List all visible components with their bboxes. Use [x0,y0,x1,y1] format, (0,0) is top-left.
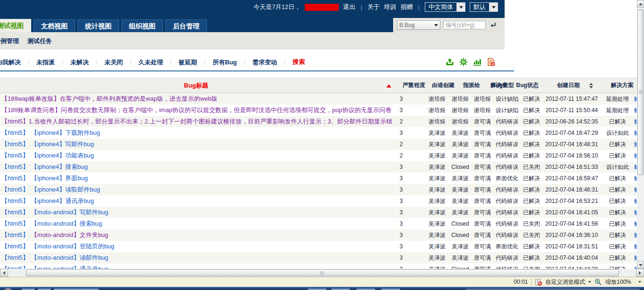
resolver-cell[interactable]: 唐可满 [472,265,493,269]
resolver-cell[interactable]: 唐可满 [472,209,493,217]
module-link[interactable]: 【html5】 [1,152,29,159]
taskbar-button[interactable] [53,288,99,290]
assigned-cell[interactable]: 吴泽波 [449,141,472,149]
filter-story-change[interactable]: 需求变动 [245,59,285,65]
creator-cell[interactable]: 吴泽波 [420,175,449,183]
assigned-cell[interactable]: Closed [449,220,472,227]
scroll-down-button[interactable] [637,261,644,269]
assigned-cell[interactable]: 吴泽波 [449,186,472,194]
search-type-select[interactable]: B:Bug [397,20,440,30]
creator-cell[interactable]: 吴泽波 [420,220,449,228]
bug-title-link[interactable]: 【189wap账单改版】在客户端中，邮件列表预览的是wap版，进去显示的web版 [1,95,217,102]
horizontal-scroll-thumb[interactable] [26,269,619,276]
creator-cell[interactable]: 谢培煌 [420,106,449,114]
scroll-right-button[interactable] [636,269,644,277]
bug-title-link[interactable]: 【moto-android】登陆页的bug [31,243,114,250]
assigned-cell[interactable]: 谢培煌 [449,95,472,103]
taskbar-button[interactable] [356,288,376,290]
resolver-cell[interactable]: 唐可满 [472,175,493,183]
resolver-cell[interactable]: 唐可满 [472,254,493,262]
resolver-cell[interactable]: 唐可满 [472,152,493,160]
creator-cell[interactable]: 吴泽波 [420,243,449,251]
chevron-down-icon[interactable] [588,281,591,283]
resolver-cell[interactable]: 唐可满 [472,141,493,149]
search-id-input[interactable] [443,21,486,29]
resolver-cell[interactable]: 唐可满 [472,197,493,205]
bug-title-link[interactable]: 【moto-android】读邮件bug [31,254,108,261]
creator-cell[interactable]: 谢培煌 [420,118,449,126]
filter-long-pending[interactable]: 久未处理 [131,59,171,65]
resolver-cell[interactable]: 唐可满 [472,129,493,137]
enter-icon[interactable] [489,22,497,29]
resolver-cell[interactable]: 唐可满 [472,163,493,171]
bug-title-link[interactable]: 【iphone4】下载附件bug [31,129,100,136]
column-header-resolver[interactable]: 解决者 [472,81,493,89]
taskbar-button[interactable] [307,288,327,290]
bug-title-link[interactable]: 【iphone4】功能表bug [31,152,94,159]
chart-icon[interactable] [473,58,481,66]
creator-cell[interactable]: 吴泽波 [420,186,449,194]
language-select[interactable]: 中文简体 [425,2,465,12]
filter-all-bugs[interactable]: 所有Bug [205,59,245,65]
assigned-cell[interactable]: Closed [449,164,472,170]
column-header-bug-status[interactable]: Bug状态 [521,81,542,89]
creator-cell[interactable]: 吴泽波 [420,129,449,137]
module-link[interactable]: 【html5】 [1,220,29,227]
resolver-cell[interactable]: 唐可满 [472,220,493,228]
bug-title-link[interactable]: 【iphone4】写邮件bug [31,141,94,148]
assigned-cell[interactable]: 吴泽波 [449,152,472,160]
filter-postponed[interactable]: 被延期 [171,59,205,65]
resolver-cell[interactable]: 谢培煌 [472,95,493,103]
browse-mode-label[interactable]: 自定义浏览模式 [545,278,585,286]
resolver-cell[interactable]: 唐可满 [472,243,493,251]
taskbar-button[interactable] [331,288,351,290]
about-link[interactable]: 关于 [368,3,380,11]
column-header-created-date[interactable]: 创建日期 [542,81,601,89]
windows-taskbar[interactable] [0,287,644,290]
assigned-cell[interactable]: 吴泽波 [449,129,472,137]
bug-title-link[interactable]: 【iphone4】界面bug [31,175,88,182]
assigned-cell[interactable]: 谢培煌 [449,106,472,114]
module-link[interactable]: 【html5】 [1,254,29,261]
scroll-left-button[interactable] [0,269,8,277]
assigned-cell[interactable]: 吴泽波 [449,175,472,183]
vertical-scrollbar[interactable] [637,0,644,269]
module-link[interactable]: 【html5】 [1,243,29,250]
assigned-cell[interactable]: 谢培煌 [449,118,472,126]
assigned-cell[interactable]: 吴泽波 [449,209,472,217]
bug-title-link[interactable]: 【moto-android】通讯录bug [31,265,108,269]
creator-cell[interactable]: 谢培煌 [420,95,449,103]
column-header-severity[interactable]: 严重程度 [392,81,420,89]
creator-cell[interactable]: 吴泽波 [420,141,449,149]
taskbar-button[interactable] [21,288,35,290]
tab-test-view[interactable]: 测试视图 [0,19,31,32]
resolver-cell[interactable]: 唐可满 [472,186,493,194]
training-link[interactable]: 培训 [384,3,396,11]
menu-item-test-task[interactable]: 测试任务 [27,37,52,45]
module-link[interactable]: 【html5】 [1,186,29,193]
creator-cell[interactable]: 吴泽波 [420,152,449,160]
horizontal-scrollbar[interactable] [0,269,644,277]
creator-cell[interactable]: 吴泽波 [420,197,449,205]
filter-unresolved[interactable]: 未解决 [63,59,97,65]
assigned-cell[interactable]: 吴泽波 [449,254,472,262]
module-link[interactable]: 【html5】 [1,163,29,170]
assigned-cell[interactable]: 吴泽波 [449,243,472,251]
tab-org-view[interactable]: 组织视图 [121,19,163,32]
taskbar-panel[interactable] [465,288,640,290]
resolver-cell[interactable]: 唐可满 [472,118,493,126]
creator-cell[interactable]: 吴泽波 [420,209,449,217]
column-header-creator[interactable]: 由谁创建 [420,81,449,89]
zoom-level-label[interactable]: 缩放100% [605,278,631,286]
module-link[interactable]: 【html5】 [1,197,29,204]
bug-title-link[interactable]: 【iphone4】通讯录bug [31,197,94,204]
chevron-down-icon[interactable] [638,281,641,283]
module-link[interactable]: 【html5】 [1,141,29,148]
module-link[interactable]: 【html5】 [1,231,29,238]
module-link[interactable]: 【html5】 [1,129,29,136]
bug-title-link[interactable]: 【iphone4】搜索bug [31,163,88,170]
tab-admin-view[interactable]: 后台管理 [165,19,207,32]
taskbar-button[interactable] [381,288,401,290]
bug-title-link[interactable]: 【moto-android】文件夹bug [31,231,108,238]
bug-title-link[interactable]: 【moto-android】写邮件bug [31,209,108,216]
